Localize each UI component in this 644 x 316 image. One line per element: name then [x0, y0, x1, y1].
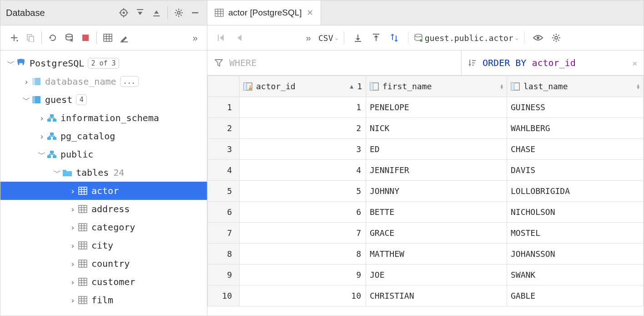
first-page-icon[interactable] [213, 30, 229, 46]
sort-handle-icon: ▲▼ [501, 84, 503, 89]
svg-rect-89 [79, 296, 87, 304]
more-icon[interactable]: » [187, 30, 203, 46]
close-icon[interactable]: ✕ [632, 58, 637, 68]
svg-rect-28 [104, 34, 112, 41]
svg-rect-47 [53, 137, 56, 140]
close-icon[interactable]: ✕ [307, 8, 313, 18]
tree-schema[interactable]: › pg_catalog [0, 127, 207, 145]
edit-icon[interactable] [116, 30, 132, 46]
svg-marker-106 [374, 35, 378, 37]
cell-actor-id[interactable]: 9 [240, 265, 366, 285]
copy-icon[interactable] [22, 30, 39, 46]
tree-tables-folder[interactable]: ﹀ tables 24 [0, 163, 207, 182]
cell-last-name[interactable]: MOSTEL [507, 223, 644, 244]
cell-first-name[interactable]: JOE [366, 265, 507, 285]
svg-rect-79 [79, 260, 87, 267]
column-header-actor-id[interactable]: actor_id ▲ 1 [240, 76, 366, 97]
refresh-icon[interactable] [45, 30, 61, 46]
cell-first-name[interactable]: GRACE [366, 223, 507, 244]
tab-actor[interactable]: actor [PostgreSQL] ✕ [207, 0, 321, 25]
stop-icon[interactable] [77, 30, 94, 46]
tree-table-actor[interactable]: ›actor [0, 182, 207, 200]
table-row[interactable]: 88MATTHEWJOHANSSON [208, 244, 644, 265]
tree-label: information_schema [60, 112, 159, 123]
cell-last-name[interactable]: NICHOLSON [507, 202, 644, 223]
tree-table-film[interactable]: ›film [0, 291, 207, 309]
cell-first-name[interactable]: ED [366, 139, 507, 160]
order-filter[interactable]: ORDER BY actor_id ✕ [462, 51, 644, 75]
cell-first-name[interactable]: BETTE [366, 202, 507, 223]
cell-first-name[interactable]: NICK [366, 118, 507, 139]
table-row[interactable]: 66BETTENICHOLSON [208, 202, 644, 223]
tree-database-muted[interactable]: › database_name ... [0, 72, 207, 91]
cell-actor-id[interactable]: 3 [240, 139, 366, 160]
tree-table-city[interactable]: ›city [0, 236, 207, 255]
collapse-all-icon[interactable] [148, 5, 165, 21]
table-row[interactable]: 11PENELOPEGUINESS [208, 97, 644, 118]
cell-last-name[interactable]: CHASE [507, 139, 644, 160]
next-page-icon[interactable]: » [300, 30, 317, 46]
table-view-icon[interactable] [100, 30, 116, 46]
tree-table-category[interactable]: ›category [0, 218, 207, 236]
cell-actor-id[interactable]: 8 [240, 244, 366, 265]
expand-all-icon[interactable] [132, 5, 148, 21]
minimize-icon[interactable] [187, 5, 203, 21]
table-row[interactable]: 99JOESWANK [208, 265, 644, 285]
table-icon [77, 278, 89, 286]
tree-table-country[interactable]: ›country [0, 255, 207, 273]
cell-first-name[interactable]: MATTHEW [366, 244, 507, 265]
gear-icon[interactable] [548, 30, 564, 46]
target-icon[interactable] [116, 5, 132, 21]
cell-actor-id[interactable]: 5 [240, 181, 366, 202]
tree-schema[interactable]: › information_schema [0, 109, 207, 127]
tree-table-address[interactable]: ›address [0, 200, 207, 218]
cell-first-name[interactable]: JENNIFER [366, 160, 507, 181]
compare-icon[interactable] [386, 30, 402, 46]
schema-icon [46, 150, 58, 158]
where-filter[interactable]: WHERE [207, 51, 462, 75]
prev-page-icon[interactable] [231, 30, 247, 46]
download-icon[interactable] [350, 30, 366, 46]
column-header-last-name[interactable]: last_name ▲▼ [507, 76, 644, 97]
cell-actor-id[interactable]: 10 [240, 285, 366, 306]
cell-last-name[interactable]: GABLE [507, 285, 644, 306]
cell-actor-id[interactable]: 6 [240, 202, 366, 223]
tree-table-customer[interactable]: ›customer [0, 273, 207, 291]
table-row[interactable]: 55JOHNNYLOLLOBRIGIDA [208, 181, 644, 202]
svg-point-26 [66, 34, 72, 37]
cell-first-name[interactable]: JOHNNY [366, 181, 507, 202]
cell-last-name[interactable]: SWANK [507, 265, 644, 285]
cell-actor-id[interactable]: 2 [240, 118, 366, 139]
svg-line-17 [176, 15, 177, 15]
table-row[interactable]: 22NICKWAHLBERG [208, 118, 644, 139]
tree-datasource[interactable]: ﹀ PostgreSQL 2 of 3 [0, 54, 207, 72]
table-row[interactable]: 1010CHRISTIANGABLE [208, 285, 644, 306]
table-icon [77, 223, 89, 231]
cell-actor-id[interactable]: 1 [240, 97, 366, 118]
cell-first-name[interactable]: PENELOPE [366, 97, 507, 118]
export-format-dropdown[interactable]: CSV ⌄ [318, 33, 338, 43]
table-row[interactable]: 44JENNIFERDAVIS [208, 160, 644, 181]
filter-icon [215, 59, 223, 67]
table-icon [215, 9, 224, 17]
cell-last-name[interactable]: GUINESS [507, 97, 644, 118]
rownum-header[interactable] [208, 76, 240, 97]
table-row[interactable]: 33EDCHASE [208, 139, 644, 160]
gear-icon[interactable] [171, 5, 187, 21]
tree-database-guest[interactable]: ﹀ guest 4 [0, 91, 207, 109]
context-dropdown[interactable]: guest.public.actor ⌄ [414, 33, 518, 43]
cell-first-name[interactable]: CHRISTIAN [366, 285, 507, 306]
table-row[interactable]: 77GRACEMOSTEL [208, 223, 644, 244]
cell-last-name[interactable]: JOHANSSON [507, 244, 644, 265]
cell-actor-id[interactable]: 4 [240, 160, 366, 181]
sync-icon[interactable] [61, 30, 77, 46]
cell-last-name[interactable]: LOLLOBRIGIDA [507, 181, 644, 202]
add-icon[interactable] [6, 30, 22, 46]
column-header-first-name[interactable]: first_name ▲▼ [366, 76, 507, 97]
cell-last-name[interactable]: DAVIS [507, 160, 644, 181]
cell-actor-id[interactable]: 7 [240, 223, 366, 244]
eye-icon[interactable] [530, 30, 546, 46]
cell-last-name[interactable]: WAHLBERG [507, 118, 644, 139]
upload-icon[interactable] [368, 30, 384, 46]
tree-schema-public[interactable]: ﹀ public [0, 145, 207, 163]
